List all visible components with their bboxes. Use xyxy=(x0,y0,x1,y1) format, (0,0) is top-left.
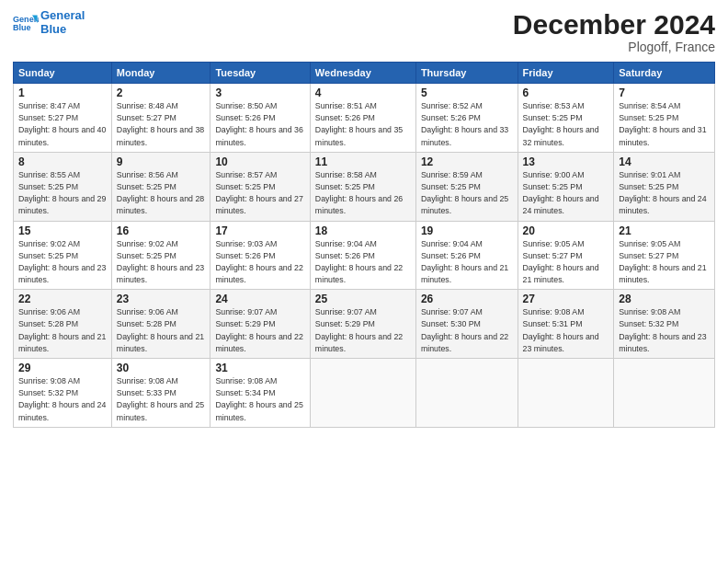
day-header: Friday xyxy=(518,63,614,84)
day-header: Tuesday xyxy=(210,63,310,84)
header: General Blue General Blue December 2024 … xyxy=(13,9,715,54)
day-number: 24 xyxy=(215,293,304,305)
day-number: 2 xyxy=(117,86,206,99)
day-detail: Sunrise: 9:07 AMSunset: 5:30 PMDaylight:… xyxy=(421,307,508,353)
day-number: 3 xyxy=(215,86,304,99)
day-number: 8 xyxy=(18,155,107,168)
day-number: 14 xyxy=(619,155,710,168)
calendar-cell: 30Sunrise: 9:08 AMSunset: 5:33 PMDayligh… xyxy=(111,359,210,428)
location: Plogoff, France xyxy=(513,40,715,54)
day-detail: Sunrise: 8:47 AMSunset: 5:27 PMDaylight:… xyxy=(18,101,106,147)
calendar-cell: 3Sunrise: 8:50 AMSunset: 5:26 PMDaylight… xyxy=(210,84,310,153)
calendar-cell: 27Sunrise: 9:08 AMSunset: 5:31 PMDayligh… xyxy=(518,290,614,359)
calendar-cell: 16Sunrise: 9:02 AMSunset: 5:25 PMDayligh… xyxy=(111,221,210,290)
title-block: December 2024 Plogoff, France xyxy=(513,9,715,54)
day-number: 31 xyxy=(215,362,304,374)
calendar-cell: 1Sunrise: 8:47 AMSunset: 5:27 PMDaylight… xyxy=(14,84,112,153)
day-detail: Sunrise: 8:51 AMSunset: 5:26 PMDaylight:… xyxy=(315,101,403,147)
day-number: 22 xyxy=(18,293,107,305)
day-number: 15 xyxy=(18,224,107,237)
day-number: 10 xyxy=(215,155,304,168)
svg-text:Blue: Blue xyxy=(13,23,31,32)
day-detail: Sunrise: 9:00 AMSunset: 5:25 PMDaylight:… xyxy=(523,170,599,216)
day-detail: Sunrise: 9:08 AMSunset: 5:31 PMDaylight:… xyxy=(523,307,599,353)
day-detail: Sunrise: 8:56 AMSunset: 5:25 PMDaylight:… xyxy=(117,170,204,216)
day-number: 6 xyxy=(523,86,609,99)
day-number: 12 xyxy=(421,155,513,168)
day-detail: Sunrise: 8:59 AMSunset: 5:25 PMDaylight:… xyxy=(421,170,508,216)
calendar-cell: 19Sunrise: 9:04 AMSunset: 5:26 PMDayligh… xyxy=(415,221,518,290)
calendar-cell: 29Sunrise: 9:08 AMSunset: 5:32 PMDayligh… xyxy=(14,359,112,428)
calendar-cell: 9Sunrise: 8:56 AMSunset: 5:25 PMDaylight… xyxy=(111,152,210,221)
calendar-cell: 14Sunrise: 9:01 AMSunset: 5:25 PMDayligh… xyxy=(614,152,715,221)
day-detail: Sunrise: 9:02 AMSunset: 5:25 PMDaylight:… xyxy=(18,239,106,285)
day-number: 11 xyxy=(315,155,411,168)
day-header: Monday xyxy=(111,63,210,84)
calendar-cell: 7Sunrise: 8:54 AMSunset: 5:25 PMDaylight… xyxy=(614,84,715,153)
day-header: Sunday xyxy=(14,63,112,84)
calendar-header-row: SundayMondayTuesdayWednesdayThursdayFrid… xyxy=(14,63,715,84)
calendar-cell: 10Sunrise: 8:57 AMSunset: 5:25 PMDayligh… xyxy=(210,152,310,221)
calendar-cell xyxy=(310,359,415,428)
calendar-week-row: 22Sunrise: 9:06 AMSunset: 5:28 PMDayligh… xyxy=(14,290,715,359)
day-detail: Sunrise: 8:55 AMSunset: 5:25 PMDaylight:… xyxy=(18,170,106,216)
calendar-cell: 18Sunrise: 9:04 AMSunset: 5:26 PMDayligh… xyxy=(310,221,415,290)
logo-general: General xyxy=(40,9,85,23)
day-number: 9 xyxy=(117,155,206,168)
calendar-cell: 22Sunrise: 9:06 AMSunset: 5:28 PMDayligh… xyxy=(14,290,112,359)
day-detail: Sunrise: 9:08 AMSunset: 5:33 PMDaylight:… xyxy=(117,376,204,422)
day-header: Wednesday xyxy=(310,63,415,84)
day-number: 7 xyxy=(619,86,710,99)
calendar-cell: 20Sunrise: 9:05 AMSunset: 5:27 PMDayligh… xyxy=(518,221,614,290)
day-number: 21 xyxy=(619,224,710,237)
day-detail: Sunrise: 9:04 AMSunset: 5:26 PMDaylight:… xyxy=(315,239,403,285)
day-detail: Sunrise: 9:02 AMSunset: 5:25 PMDaylight:… xyxy=(117,239,204,285)
day-detail: Sunrise: 8:54 AMSunset: 5:25 PMDaylight:… xyxy=(619,101,706,147)
logo: General Blue General Blue xyxy=(13,9,85,37)
day-detail: Sunrise: 8:52 AMSunset: 5:26 PMDaylight:… xyxy=(421,101,508,147)
day-detail: Sunrise: 9:04 AMSunset: 5:26 PMDaylight:… xyxy=(421,239,508,285)
calendar-cell: 31Sunrise: 9:08 AMSunset: 5:34 PMDayligh… xyxy=(210,359,310,428)
day-detail: Sunrise: 8:53 AMSunset: 5:25 PMDaylight:… xyxy=(523,101,599,147)
day-detail: Sunrise: 9:07 AMSunset: 5:29 PMDaylight:… xyxy=(215,307,302,353)
calendar-cell: 12Sunrise: 8:59 AMSunset: 5:25 PMDayligh… xyxy=(415,152,518,221)
calendar-cell: 5Sunrise: 8:52 AMSunset: 5:26 PMDaylight… xyxy=(415,84,518,153)
calendar-cell: 4Sunrise: 8:51 AMSunset: 5:26 PMDaylight… xyxy=(310,84,415,153)
day-detail: Sunrise: 9:06 AMSunset: 5:28 PMDaylight:… xyxy=(18,307,106,353)
calendar-cell: 15Sunrise: 9:02 AMSunset: 5:25 PMDayligh… xyxy=(14,221,112,290)
day-detail: Sunrise: 8:48 AMSunset: 5:27 PMDaylight:… xyxy=(117,101,204,147)
calendar-week-row: 15Sunrise: 9:02 AMSunset: 5:25 PMDayligh… xyxy=(14,221,715,290)
day-number: 19 xyxy=(421,224,513,237)
calendar-cell: 21Sunrise: 9:05 AMSunset: 5:27 PMDayligh… xyxy=(614,221,715,290)
calendar-cell: 11Sunrise: 8:58 AMSunset: 5:25 PMDayligh… xyxy=(310,152,415,221)
logo-icon: General Blue xyxy=(13,10,39,36)
day-number: 1 xyxy=(18,86,107,99)
calendar-cell: 13Sunrise: 9:00 AMSunset: 5:25 PMDayligh… xyxy=(518,152,614,221)
day-detail: Sunrise: 9:01 AMSunset: 5:25 PMDaylight:… xyxy=(619,170,706,216)
calendar-cell: 24Sunrise: 9:07 AMSunset: 5:29 PMDayligh… xyxy=(210,290,310,359)
day-number: 20 xyxy=(523,224,609,237)
calendar-cell: 8Sunrise: 8:55 AMSunset: 5:25 PMDaylight… xyxy=(14,152,112,221)
calendar-table: SundayMondayTuesdayWednesdayThursdayFrid… xyxy=(13,62,715,428)
day-detail: Sunrise: 9:06 AMSunset: 5:28 PMDaylight:… xyxy=(117,307,204,353)
calendar-cell xyxy=(415,359,518,428)
page-container: General Blue General Blue December 2024 … xyxy=(0,0,728,433)
day-number: 5 xyxy=(421,86,513,99)
day-header: Thursday xyxy=(415,63,518,84)
day-number: 23 xyxy=(117,293,206,305)
day-number: 26 xyxy=(421,293,513,305)
calendar-cell: 6Sunrise: 8:53 AMSunset: 5:25 PMDaylight… xyxy=(518,84,614,153)
day-detail: Sunrise: 9:08 AMSunset: 5:34 PMDaylight:… xyxy=(215,376,302,422)
day-detail: Sunrise: 9:08 AMSunset: 5:32 PMDaylight:… xyxy=(18,376,106,422)
day-number: 25 xyxy=(315,293,411,305)
day-number: 18 xyxy=(315,224,411,237)
calendar-cell: 26Sunrise: 9:07 AMSunset: 5:30 PMDayligh… xyxy=(415,290,518,359)
day-detail: Sunrise: 8:58 AMSunset: 5:25 PMDaylight:… xyxy=(315,170,403,216)
day-detail: Sunrise: 9:03 AMSunset: 5:26 PMDaylight:… xyxy=(215,239,302,285)
day-number: 28 xyxy=(619,293,710,305)
day-detail: Sunrise: 9:05 AMSunset: 5:27 PMDaylight:… xyxy=(619,239,706,285)
calendar-cell: 17Sunrise: 9:03 AMSunset: 5:26 PMDayligh… xyxy=(210,221,310,290)
calendar-cell: 25Sunrise: 9:07 AMSunset: 5:29 PMDayligh… xyxy=(310,290,415,359)
calendar-cell: 28Sunrise: 9:08 AMSunset: 5:32 PMDayligh… xyxy=(614,290,715,359)
month-title: December 2024 xyxy=(513,9,715,40)
